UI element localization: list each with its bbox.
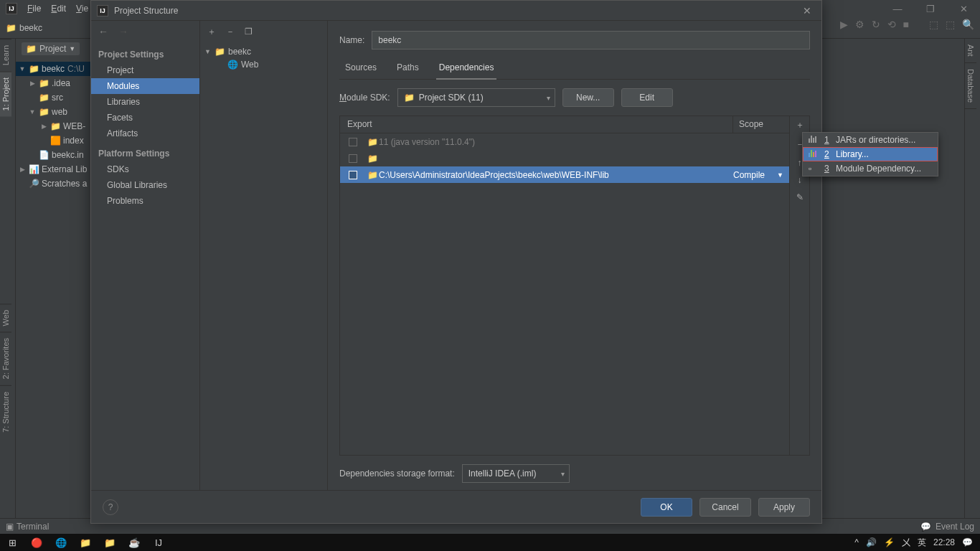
profile-icon[interactable]: ⟲ bbox=[887, 19, 896, 30]
copy-module-icon[interactable]: ❐ bbox=[245, 27, 253, 37]
nav-forward-icon[interactable]: → bbox=[118, 26, 128, 37]
tool-structure[interactable]: 7: Structure bbox=[0, 385, 11, 438]
module-detail-pane: Name: Sources Paths Dependencies Module … bbox=[328, 21, 821, 490]
module-tree-row[interactable]: 🌐Web bbox=[200, 58, 327, 71]
nav-back-icon[interactable]: ← bbox=[98, 26, 108, 37]
tree-twisty-icon: ▶ bbox=[40, 123, 47, 130]
sdk-edit-button[interactable]: Edit bbox=[621, 88, 673, 107]
add-dependency-icon[interactable]: ＋ bbox=[796, 119, 804, 131]
menu-edit[interactable]: Edit bbox=[47, 2, 70, 15]
breadcrumb[interactable]: 📁 beekc bbox=[6, 23, 42, 33]
tray-ime-icon[interactable]: 㐅 bbox=[902, 537, 910, 549]
edit-dependency-icon[interactable]: ✎ bbox=[796, 192, 804, 202]
dialog-close-button[interactable]: ✕ bbox=[798, 5, 816, 17]
dependency-row[interactable]: 📁 bbox=[340, 150, 789, 166]
module-name-input[interactable] bbox=[372, 31, 810, 50]
column-export[interactable]: Export bbox=[340, 116, 733, 133]
update-icon[interactable]: ⬚ bbox=[929, 19, 938, 30]
module-tree-row[interactable]: ▼📁beekc bbox=[200, 45, 327, 58]
terminal-icon: ▣ bbox=[6, 522, 14, 532]
taskbar-app[interactable]: 📁 bbox=[98, 534, 122, 551]
library-icon bbox=[809, 149, 819, 159]
cancel-button[interactable]: Cancel bbox=[699, 498, 751, 517]
add-module-icon[interactable]: ＋ bbox=[207, 26, 216, 38]
ok-button[interactable]: OK bbox=[641, 498, 692, 517]
folder-icon: 📁 bbox=[6, 23, 17, 33]
help-button[interactable]: ? bbox=[103, 499, 118, 515]
taskbar-app[interactable]: 🔴 bbox=[24, 534, 49, 551]
popup-item-module-dependency[interactable]: ▫3Module Dependency... bbox=[803, 161, 938, 176]
tree-node-icon: 📁 bbox=[39, 107, 49, 117]
tray-ime-lang[interactable]: 英 bbox=[918, 537, 926, 549]
dependency-row[interactable]: 📁C:\Users\Administrator\IdeaProjects\bee… bbox=[340, 166, 789, 183]
popup-item-library[interactable]: 2Library... bbox=[803, 147, 938, 161]
tree-node-icon: 📁 bbox=[50, 121, 60, 131]
move-up-icon[interactable]: ↑ bbox=[798, 158, 802, 168]
event-log-icon: 💬 bbox=[920, 522, 931, 532]
sdk-new-button[interactable]: New... bbox=[562, 88, 614, 107]
tool-favorites[interactable]: 2: Favorites bbox=[0, 331, 11, 385]
export-checkbox[interactable] bbox=[340, 171, 366, 179]
column-scope[interactable]: Scope bbox=[733, 116, 789, 133]
tray-volume-icon[interactable]: 🔊 bbox=[866, 537, 877, 547]
tool-learn[interactable]: Learn bbox=[0, 39, 11, 71]
module-sdk-combo[interactable]: 📁 Project SDK (11) bbox=[397, 88, 555, 107]
remove-module-icon[interactable]: － bbox=[226, 26, 235, 38]
module-tree[interactable]: ▼📁beekc🌐Web bbox=[200, 42, 327, 74]
scope-combo[interactable]: Compile▼ bbox=[733, 170, 789, 180]
apply-button[interactable]: Apply bbox=[758, 498, 810, 517]
dependency-row[interactable]: 📁11 (java version "11.0.4") bbox=[340, 133, 789, 150]
tree-node-icon: 📁 bbox=[39, 93, 49, 103]
export-checkbox[interactable] bbox=[340, 138, 366, 146]
nav-item-facets[interactable]: Facets bbox=[91, 110, 199, 126]
tool-project[interactable]: 1: Project bbox=[0, 71, 11, 116]
tool-ant[interactable]: Ant bbox=[965, 39, 976, 63]
event-log-button[interactable]: Event Log bbox=[936, 522, 974, 532]
debug-icon[interactable]: ⚙ bbox=[855, 19, 864, 30]
stop-icon[interactable]: ■ bbox=[903, 19, 909, 30]
taskbar-app[interactable]: 📁 bbox=[73, 534, 98, 551]
tab-paths[interactable]: Paths bbox=[394, 58, 422, 79]
project-structure-dialog: IJ Project Structure ✕ ← → Project Setti… bbox=[90, 0, 822, 524]
close-button[interactable]: ✕ bbox=[947, 0, 980, 17]
search-icon[interactable]: 🔍 bbox=[962, 19, 974, 30]
tray-up-icon[interactable]: ^ bbox=[854, 537, 859, 547]
nav-item-artifacts[interactable]: Artifacts bbox=[91, 126, 199, 141]
tray-network-icon[interactable]: ⚡ bbox=[884, 537, 895, 547]
coverage-icon[interactable]: ↻ bbox=[872, 19, 880, 30]
taskbar-app[interactable]: IJ bbox=[146, 534, 171, 551]
menu-file[interactable]: File bbox=[23, 2, 45, 15]
maximize-button[interactable]: ❐ bbox=[914, 0, 947, 17]
tray-clock[interactable]: 22:28 bbox=[933, 537, 955, 547]
terminal-tool[interactable]: ▣ Terminal bbox=[6, 522, 49, 532]
nav-section-header: Platform Settings bbox=[91, 141, 199, 161]
nav-item-modules[interactable]: Modules bbox=[91, 78, 199, 94]
tray-notifications-icon[interactable]: 💬 bbox=[962, 537, 973, 547]
storage-format-label: Dependencies storage format: bbox=[339, 468, 455, 479]
settings-icon[interactable]: ⬚ bbox=[946, 19, 955, 30]
taskbar-app[interactable]: 🌐 bbox=[49, 534, 73, 551]
menu-view[interactable]: Vie bbox=[72, 2, 93, 15]
export-checkbox[interactable] bbox=[340, 154, 366, 163]
tab-sources[interactable]: Sources bbox=[342, 58, 380, 79]
tree-twisty-icon: ▼ bbox=[29, 108, 36, 116]
tree-node-icon: 🟧 bbox=[50, 136, 60, 146]
start-button[interactable]: ⊞ bbox=[0, 534, 24, 551]
minimize-button[interactable]: — bbox=[881, 0, 914, 17]
popup-item-jars-or-directories[interactable]: 1JARs or directories... bbox=[803, 133, 938, 147]
tab-dependencies[interactable]: Dependencies bbox=[436, 58, 497, 80]
project-view-selector[interactable]: 📁 Project ▼ bbox=[22, 42, 80, 55]
storage-format-combo[interactable]: IntelliJ IDEA (.iml) bbox=[462, 464, 570, 483]
nav-item-project[interactable]: Project bbox=[91, 62, 199, 78]
nav-item-global-libraries[interactable]: Global Libraries bbox=[91, 177, 199, 193]
breadcrumb-text: beekc bbox=[19, 23, 42, 33]
move-down-icon[interactable]: ↓ bbox=[798, 175, 802, 185]
run-icon[interactable]: ▶ bbox=[840, 19, 848, 30]
nav-item-problems[interactable]: Problems bbox=[91, 193, 199, 209]
tool-web[interactable]: Web bbox=[0, 303, 11, 331]
dialog-titlebar: IJ Project Structure ✕ bbox=[91, 1, 821, 21]
nav-item-sdks[interactable]: SDKs bbox=[91, 161, 199, 177]
nav-item-libraries[interactable]: Libraries bbox=[91, 94, 199, 110]
taskbar-app[interactable]: ☕ bbox=[122, 534, 146, 551]
tool-database[interactable]: Database bbox=[965, 63, 976, 109]
